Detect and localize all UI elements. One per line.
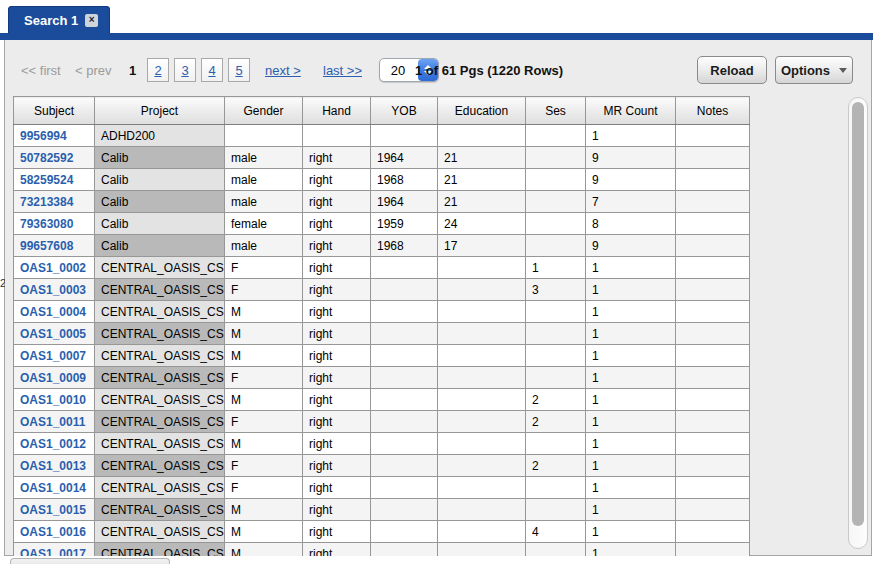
cell-notes bbox=[676, 499, 750, 521]
column-header-notes[interactable]: Notes bbox=[676, 97, 750, 125]
subject-link[interactable]: OAS1_0012 bbox=[20, 437, 86, 451]
cell-ses bbox=[526, 367, 586, 389]
cell-gender: F bbox=[225, 455, 303, 477]
table-row: OAS1_0011CENTRAL_OASIS_CSFright21 bbox=[14, 411, 750, 433]
subject-link[interactable]: OAS1_0016 bbox=[20, 525, 86, 539]
subject-link[interactable]: OAS1_0002 bbox=[20, 261, 86, 275]
scrollbar-thumb[interactable] bbox=[852, 102, 864, 526]
next-page-link[interactable]: next > bbox=[265, 63, 301, 78]
cell-yob bbox=[371, 543, 438, 557]
subject-cell: 58259524 bbox=[14, 169, 95, 191]
column-header-hand[interactable]: Hand bbox=[303, 97, 371, 125]
cell-hand: right bbox=[303, 191, 371, 213]
cell-notes bbox=[676, 279, 750, 301]
cell-education bbox=[438, 125, 526, 147]
cell-education bbox=[438, 411, 526, 433]
subject-link[interactable]: 73213384 bbox=[20, 195, 73, 209]
cell-yob bbox=[371, 433, 438, 455]
options-button[interactable]: Options bbox=[775, 56, 853, 84]
cell-mr-count: 1 bbox=[586, 499, 676, 521]
cell-gender: F bbox=[225, 411, 303, 433]
column-header-subject[interactable]: Subject bbox=[14, 97, 95, 125]
cell-notes bbox=[676, 543, 750, 557]
cell-mr-count: 1 bbox=[586, 389, 676, 411]
subject-link[interactable]: OAS1_0013 bbox=[20, 459, 86, 473]
subject-link[interactable]: 50782592 bbox=[20, 151, 73, 165]
cell-ses: 1 bbox=[526, 257, 586, 279]
column-header-project[interactable]: Project bbox=[95, 97, 225, 125]
table-row: 9956994ADHD2001 bbox=[14, 125, 750, 147]
subject-link[interactable]: OAS1_0004 bbox=[20, 305, 86, 319]
column-header-gender[interactable]: Gender bbox=[225, 97, 303, 125]
cell-education bbox=[438, 455, 526, 477]
current-page-indicator: 1 bbox=[129, 63, 136, 78]
table-row: 99657608Calibmaleright1968179 bbox=[14, 235, 750, 257]
cell-project: CENTRAL_OASIS_CS bbox=[95, 279, 225, 301]
page-link-3[interactable]: 3 bbox=[174, 58, 196, 82]
cell-project: CENTRAL_OASIS_CS bbox=[95, 345, 225, 367]
column-header-ses[interactable]: Ses bbox=[526, 97, 586, 125]
cell-education bbox=[438, 367, 526, 389]
subject-link[interactable]: OAS1_0005 bbox=[20, 327, 86, 341]
table-row: OAS1_0004CENTRAL_OASIS_CSMright1 bbox=[14, 301, 750, 323]
cell-notes bbox=[676, 433, 750, 455]
column-header-yob[interactable]: YOB bbox=[371, 97, 438, 125]
subject-cell: OAS1_0016 bbox=[14, 521, 95, 543]
cell-yob: 1968 bbox=[371, 235, 438, 257]
cell-mr-count: 1 bbox=[586, 433, 676, 455]
cell-notes bbox=[676, 213, 750, 235]
last-page-link[interactable]: last >> bbox=[323, 63, 362, 78]
subject-link[interactable]: 9956994 bbox=[20, 129, 67, 143]
cell-hand: right bbox=[303, 279, 371, 301]
subject-link[interactable]: OAS1_0009 bbox=[20, 371, 86, 385]
cell-mr-count: 1 bbox=[586, 345, 676, 367]
subject-link[interactable]: 99657608 bbox=[20, 239, 73, 253]
cell-gender: F bbox=[225, 477, 303, 499]
subject-cell: OAS1_0003 bbox=[14, 279, 95, 301]
cell-gender: M bbox=[225, 521, 303, 543]
subject-link[interactable]: 58259524 bbox=[20, 173, 73, 187]
cell-project: Calib bbox=[95, 147, 225, 169]
subject-link[interactable]: OAS1_0015 bbox=[20, 503, 86, 517]
close-icon[interactable]: × bbox=[85, 14, 98, 27]
column-header-education[interactable]: Education bbox=[438, 97, 526, 125]
cell-ses bbox=[526, 235, 586, 257]
cell-notes bbox=[676, 257, 750, 279]
cell-hand: right bbox=[303, 389, 371, 411]
subject-link[interactable]: 79363080 bbox=[20, 217, 73, 231]
table-row: 73213384Calibmaleright1964217 bbox=[14, 191, 750, 213]
subject-link[interactable]: OAS1_0017 bbox=[20, 547, 86, 557]
subject-cell: 9956994 bbox=[14, 125, 95, 147]
page-link-4[interactable]: 4 bbox=[201, 58, 223, 82]
subject-cell: OAS1_0014 bbox=[14, 477, 95, 499]
subject-link[interactable]: OAS1_0003 bbox=[20, 283, 86, 297]
vertical-scrollbar[interactable] bbox=[848, 97, 868, 549]
tab-search-1[interactable]: Search 1 × bbox=[8, 6, 110, 34]
cell-yob bbox=[371, 521, 438, 543]
cell-notes bbox=[676, 367, 750, 389]
chevron-down-icon bbox=[839, 68, 847, 73]
cell-education bbox=[438, 543, 526, 557]
column-header-mr-count[interactable]: MR Count bbox=[586, 97, 676, 125]
cell-project: CENTRAL_OASIS_CS bbox=[95, 389, 225, 411]
cell-ses bbox=[526, 499, 586, 521]
page-link-2[interactable]: 2 bbox=[147, 58, 169, 82]
cell-hand: right bbox=[303, 499, 371, 521]
subject-cell: 50782592 bbox=[14, 147, 95, 169]
cell-project: CENTRAL_OASIS_CS bbox=[95, 367, 225, 389]
subject-cell: OAS1_0007 bbox=[14, 345, 95, 367]
subject-cell: OAS1_0013 bbox=[14, 455, 95, 477]
cell-hand: right bbox=[303, 477, 371, 499]
page-link-5[interactable]: 5 bbox=[228, 58, 250, 82]
reload-button[interactable]: Reload bbox=[697, 56, 767, 84]
cell-education: 21 bbox=[438, 169, 526, 191]
search-results-window: Search 1 × << first < prev 1 2345 next >… bbox=[0, 0, 877, 564]
cell-project: CENTRAL_OASIS_CS bbox=[95, 499, 225, 521]
subject-link[interactable]: OAS1_0010 bbox=[20, 393, 86, 407]
subject-link[interactable]: OAS1_0014 bbox=[20, 481, 86, 495]
cell-education bbox=[438, 499, 526, 521]
cell-yob bbox=[371, 301, 438, 323]
table-row: OAS1_0009CENTRAL_OASIS_CSFright1 bbox=[14, 367, 750, 389]
subject-link[interactable]: OAS1_0011 bbox=[20, 415, 85, 429]
subject-link[interactable]: OAS1_0007 bbox=[20, 349, 86, 363]
